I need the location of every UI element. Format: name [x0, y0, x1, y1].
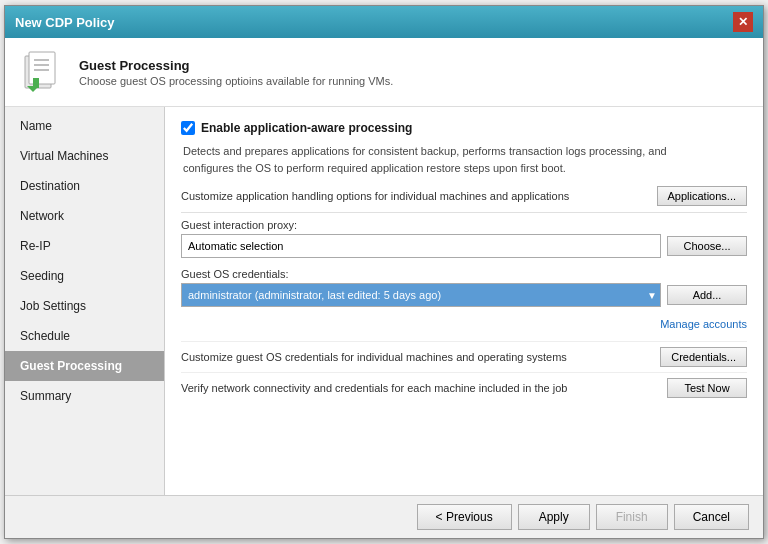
credentials-field-row: administrator (administrator, last edite…: [181, 283, 747, 307]
credentials-label: Guest OS credentials:: [181, 268, 747, 280]
sidebar-item-seeding[interactable]: Seeding: [5, 261, 164, 291]
test-now-button[interactable]: Test Now: [667, 378, 747, 398]
manage-accounts-row: Manage accounts: [181, 317, 747, 331]
dialog-title: New CDP Policy: [15, 15, 114, 30]
enable-processing-label[interactable]: Enable application-aware processing: [201, 121, 412, 135]
header-section: Guest Processing Choose guest OS process…: [5, 38, 763, 107]
applications-button[interactable]: Applications...: [657, 186, 747, 206]
add-button[interactable]: Add...: [667, 285, 747, 305]
sidebar-item-virtual-machines[interactable]: Virtual Machines: [5, 141, 164, 171]
footer: < Previous Apply Finish Cancel: [5, 495, 763, 538]
customize-app-row: Customize application handling options f…: [181, 186, 747, 206]
processing-description: Detects and prepares applications for co…: [181, 143, 747, 176]
previous-button[interactable]: < Previous: [417, 504, 512, 530]
sidebar-item-summary[interactable]: Summary: [5, 381, 164, 411]
header-title: Guest Processing: [79, 58, 393, 73]
finish-button[interactable]: Finish: [596, 504, 668, 530]
proxy-field-row: Choose...: [181, 234, 747, 258]
sidebar-item-name[interactable]: Name: [5, 111, 164, 141]
verify-row: Verify network connectivity and credenti…: [181, 372, 747, 403]
close-button[interactable]: ✕: [733, 12, 753, 32]
sidebar-item-guest-processing[interactable]: Guest Processing: [5, 351, 164, 381]
sidebar-item-schedule[interactable]: Schedule: [5, 321, 164, 351]
svg-rect-1: [29, 52, 55, 84]
credentials-select-wrapper: administrator (administrator, last edite…: [181, 283, 661, 307]
sidebar-item-network[interactable]: Network: [5, 201, 164, 231]
customize-credentials-row: Customize guest OS credentials for indiv…: [181, 341, 747, 372]
svg-rect-6: [33, 78, 39, 88]
header-subtitle: Choose guest OS processing optioins avai…: [79, 75, 393, 87]
apply-button[interactable]: Apply: [518, 504, 590, 530]
content-area: Name Virtual Machines Destination Networ…: [5, 107, 763, 495]
proxy-label: Guest interaction proxy:: [181, 219, 747, 231]
customize-credentials-label: Customize guest OS credentials for indiv…: [181, 351, 660, 363]
credentials-button[interactable]: Credentials...: [660, 347, 747, 367]
title-bar: New CDP Policy ✕: [5, 6, 763, 38]
dialog: New CDP Policy ✕ Guest Processing Choose…: [4, 5, 764, 539]
credentials-field-group: Guest OS credentials: administrator (adm…: [181, 268, 747, 307]
sidebar-item-destination[interactable]: Destination: [5, 171, 164, 201]
choose-button[interactable]: Choose...: [667, 236, 747, 256]
enable-processing-row: Enable application-aware processing: [181, 121, 747, 135]
guest-processing-icon: [19, 48, 67, 96]
customize-app-label: Customize application handling options f…: [181, 190, 657, 202]
sidebar-item-job-settings[interactable]: Job Settings: [5, 291, 164, 321]
proxy-field-group: Guest interaction proxy: Choose...: [181, 219, 747, 258]
manage-accounts-link[interactable]: Manage accounts: [660, 318, 747, 330]
proxy-input[interactable]: [181, 234, 661, 258]
enable-processing-checkbox[interactable]: [181, 121, 195, 135]
main-panel: Enable application-aware processing Dete…: [165, 107, 763, 495]
cancel-button[interactable]: Cancel: [674, 504, 749, 530]
verify-label: Verify network connectivity and credenti…: [181, 382, 667, 394]
credentials-select[interactable]: administrator (administrator, last edite…: [181, 283, 661, 307]
sidebar-item-re-ip[interactable]: Re-IP: [5, 231, 164, 261]
header-text: Guest Processing Choose guest OS process…: [79, 58, 393, 87]
sidebar: Name Virtual Machines Destination Networ…: [5, 107, 165, 495]
